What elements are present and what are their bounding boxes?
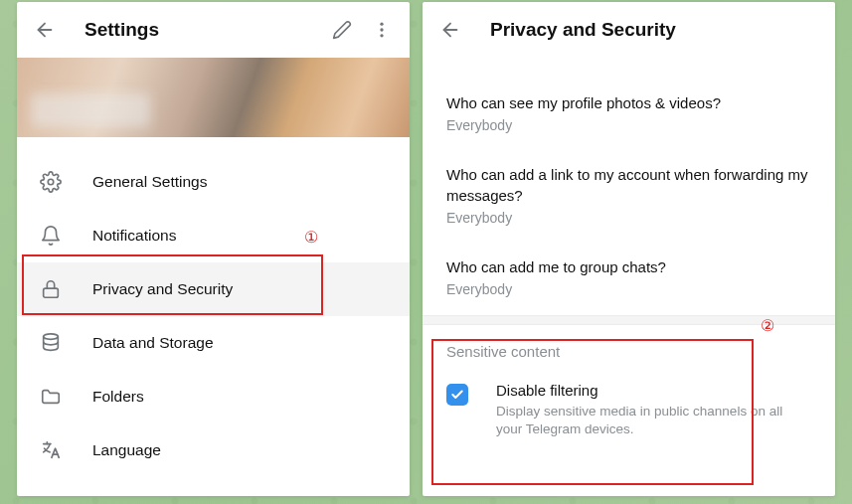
settings-header: Settings — [17, 2, 410, 58]
menu-label: Notifications — [92, 227, 176, 245]
menu-label: Privacy and Security — [92, 280, 233, 298]
menu-folders[interactable]: Folders — [17, 370, 410, 423]
svg-point-3 — [380, 34, 383, 37]
option-value: Everybody — [446, 117, 811, 133]
menu-label: Folders — [92, 388, 144, 406]
arrow-left-icon — [439, 19, 461, 41]
profile-banner[interactable] — [17, 58, 410, 137]
menu-general-settings[interactable]: General Settings — [17, 155, 410, 209]
option-title: Who can add a link to my account when fo… — [446, 165, 811, 206]
privacy-option-groups[interactable]: Who can add me to group chats? Everybody — [423, 244, 835, 315]
svg-point-1 — [380, 23, 383, 26]
profile-name-blur — [31, 93, 150, 127]
option-value: Everybody — [446, 210, 811, 226]
menu-label: Language — [92, 441, 161, 459]
menu-label: General Settings — [92, 173, 207, 191]
privacy-option-forward-link[interactable]: Who can add a link to my account when fo… — [423, 151, 835, 244]
privacy-header: Privacy and Security — [423, 2, 835, 58]
privacy-title: Privacy and Security — [490, 19, 827, 41]
annotation-number-1: ① — [304, 228, 318, 247]
option-title: Who can see my profile photos & videos? — [446, 93, 811, 113]
menu-language[interactable]: Language — [17, 423, 410, 477]
arrow-left-icon — [34, 19, 56, 41]
check-icon — [450, 388, 464, 402]
folder-icon — [39, 385, 63, 409]
back-button[interactable] — [430, 10, 470, 50]
svg-point-6 — [44, 334, 59, 340]
bell-icon — [39, 224, 63, 248]
svg-point-2 — [380, 28, 383, 31]
more-button[interactable] — [362, 10, 402, 50]
privacy-panel: Privacy and Security Who can see my prof… — [423, 2, 835, 496]
annotation-number-2: ② — [761, 316, 774, 335]
settings-menu: General Settings Notifications Privacy a… — [17, 137, 410, 477]
storage-icon — [39, 331, 63, 355]
svg-rect-5 — [44, 288, 59, 297]
disable-filtering-desc: Display sensitive media in public channe… — [496, 403, 811, 438]
more-vertical-icon — [372, 20, 392, 40]
menu-privacy-security[interactable]: Privacy and Security — [17, 262, 410, 316]
menu-notifications[interactable]: Notifications — [17, 209, 410, 262]
option-value: Everybody — [446, 281, 811, 297]
settings-panel: Settings General Settings Notifications — [17, 2, 410, 496]
gear-icon — [39, 170, 63, 194]
pencil-icon — [332, 20, 352, 40]
disable-filtering-checkbox[interactable] — [446, 384, 468, 406]
menu-data-storage[interactable]: Data and Storage — [17, 316, 410, 370]
svg-point-4 — [48, 179, 54, 185]
back-button[interactable] — [25, 10, 65, 50]
disable-filtering-label: Disable filtering — [496, 382, 811, 399]
settings-title: Settings — [85, 19, 322, 41]
option-title: Who can add me to group chats? — [446, 257, 811, 277]
privacy-option-photos[interactable]: Who can see my profile photos & videos? … — [423, 80, 835, 151]
menu-label: Data and Storage — [92, 334, 214, 352]
lock-icon — [39, 277, 63, 301]
disable-filtering-row[interactable]: Disable filtering Display sensitive medi… — [423, 366, 835, 462]
language-icon — [39, 438, 63, 462]
edit-button[interactable] — [322, 10, 362, 50]
